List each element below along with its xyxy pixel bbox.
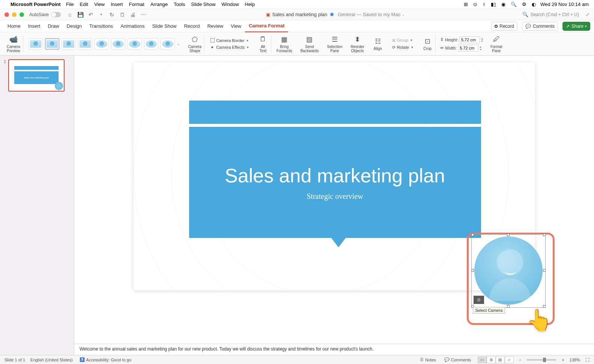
resize-handle-b[interactable] [507, 305, 510, 308]
slide-title-box[interactable]: Sales and marketing plan Strategic overv… [189, 127, 481, 238]
comments-button[interactable]: 💬Comments [522, 22, 558, 31]
resize-handle-tr[interactable] [543, 233, 546, 236]
slide-counter[interactable]: Slide 1 of 1 [5, 358, 25, 362]
menu-help[interactable]: Help [245, 2, 255, 7]
menu-view[interactable]: View [94, 2, 105, 7]
menu-tools[interactable]: Tools [174, 2, 185, 7]
qat-icon-2[interactable]: 🖨 [129, 11, 136, 18]
undo-dropdown-icon[interactable]: ▾ [98, 11, 105, 18]
accessibility-status[interactable]: ♿Accessibility: Good to go [78, 356, 133, 363]
tab-view[interactable]: View [227, 20, 245, 32]
doc-status-caret[interactable]: ⌄ [402, 13, 405, 17]
tab-review[interactable]: Review [203, 20, 227, 32]
fit-to-window-button[interactable]: ⛶ [585, 358, 589, 362]
gallery-more-icon[interactable]: ⌄ [177, 42, 180, 46]
width-input[interactable] [458, 45, 478, 51]
maximize-button[interactable] [20, 12, 24, 17]
zoom-in-button[interactable]: + [562, 358, 564, 362]
tab-home[interactable]: Home [4, 20, 24, 32]
crop-button[interactable]: ⊡ Crop [419, 33, 436, 55]
resize-handle-br[interactable] [543, 305, 546, 308]
zoom-percent[interactable]: 138% [570, 358, 580, 362]
slide-canvas[interactable]: Sales and marketing plan Strategic overv… [134, 62, 535, 290]
slideshow-view-button[interactable]: ▱ [505, 356, 514, 363]
autosave-toggle[interactable]: AutoSave [29, 12, 61, 17]
search-input[interactable]: 🔍 Search (Cmd + Ctrl + U) [522, 12, 579, 17]
close-button[interactable] [5, 12, 9, 17]
align-button[interactable]: ☷ Align [370, 33, 386, 55]
height-stepper[interactable]: ▴▾ [481, 37, 483, 42]
width-stepper[interactable]: ▴▾ [480, 45, 481, 51]
tab-slideshow[interactable]: Slide Show [148, 20, 180, 32]
control-center-icon[interactable]: ⚙ [522, 2, 526, 7]
home-icon[interactable]: ⌂ [66, 11, 73, 18]
undo-icon[interactable]: ↶ [87, 11, 94, 18]
tab-camera-format[interactable]: Camera Format [245, 20, 288, 32]
alt-text-button[interactable]: 🗒 Alt Text [255, 33, 271, 55]
slide-accent-bar[interactable] [189, 101, 481, 124]
app-name[interactable]: Microsoft PowerPoint [11, 2, 61, 7]
camera-shape-button[interactable]: ⬠ Camera Shape [185, 33, 205, 55]
slide-thumbnail-panel[interactable]: 1 Sales and marketing plan [0, 56, 74, 355]
redo-icon[interactable]: ↻ [108, 11, 115, 18]
siri-icon[interactable]: ◐ [532, 2, 536, 7]
format-pane-button[interactable]: 🖊 Format Pane [487, 33, 505, 55]
resize-handle-tl[interactable] [471, 233, 474, 236]
menubar-datetime[interactable]: Wed 29 Nov 10:14 am [540, 2, 589, 7]
menu-format[interactable]: Format [129, 2, 144, 7]
zoom-out-button[interactable]: − [519, 358, 521, 362]
share-button[interactable]: ↗Share▾ [562, 22, 590, 31]
zoom-thumb[interactable] [543, 358, 546, 362]
tab-transitions[interactable]: Transitions [86, 20, 117, 32]
shape-thumb-6[interactable] [111, 38, 125, 50]
bring-forwards-button[interactable]: ▦ Bring Forwards [274, 33, 295, 55]
zoom-slider[interactable] [526, 359, 556, 361]
expand-ribbon-icon[interactable]: ⤢ [586, 12, 589, 17]
tab-animations[interactable]: Animations [117, 20, 148, 32]
camera-effects-button[interactable]: ✦Camera Effects▾ [209, 44, 250, 50]
selection-pane-button[interactable]: ☰ Selection Pane [324, 33, 345, 55]
group-button[interactable]: ⊞Group▾ [391, 37, 415, 44]
sorter-view-button[interactable]: ⊞ [487, 356, 496, 363]
tab-design[interactable]: Design [63, 20, 86, 32]
reading-view-button[interactable]: ▤ [496, 356, 505, 363]
status-icon[interactable]: ⊞ [464, 2, 468, 7]
shape-thumb-1[interactable] [29, 38, 43, 50]
notes-button[interactable]: ☰Notes [418, 356, 438, 363]
shape-thumb-7[interactable] [128, 38, 142, 50]
play-icon[interactable]: ⊙ [473, 2, 477, 7]
menu-slideshow[interactable]: Slide Show [191, 2, 215, 7]
camera-preview-button[interactable]: 📹 Camera Preview [4, 33, 23, 55]
doc-title[interactable]: Sales and marketing plan [272, 12, 328, 17]
language-indicator[interactable]: English (United States) [30, 358, 73, 362]
slide-thumbnail-1[interactable]: Sales and marketing plan [8, 59, 65, 92]
toggle-icon[interactable] [51, 12, 61, 17]
camera-border-button[interactable]: Camera Border▾ [209, 38, 250, 44]
battery-icon[interactable]: ▮▯ [491, 2, 496, 7]
minimize-button[interactable] [12, 12, 17, 17]
canvas-scroll[interactable]: Sales and marketing plan Strategic overv… [74, 56, 594, 344]
shape-thumb-3[interactable] [62, 38, 76, 50]
bluetooth-icon[interactable]: ᚼ [483, 2, 486, 7]
qat-icon-1[interactable]: 🗋 [119, 11, 126, 18]
menu-insert[interactable]: Insert [111, 2, 123, 7]
camera-object[interactable]: ⊘ Select Camera [473, 235, 544, 306]
tab-record[interactable]: Record [180, 20, 203, 32]
menu-arrange[interactable]: Arrange [150, 2, 168, 7]
doc-status[interactable]: General — Saved to my Mac [338, 12, 400, 17]
height-input[interactable] [460, 36, 480, 43]
comments-status-button[interactable]: 💬Comments [443, 356, 472, 363]
camera-off-icon[interactable]: ⊘ [474, 296, 484, 304]
record-button[interactable]: Record [491, 22, 517, 31]
qat-more-icon[interactable]: ⋯ [140, 11, 147, 18]
menu-file[interactable]: File [66, 2, 74, 7]
shape-thumb-4[interactable] [78, 38, 92, 50]
send-backwards-button[interactable]: ▧ Send Backwards [297, 33, 322, 55]
normal-view-button[interactable]: ▭ [478, 356, 487, 363]
notes-pane[interactable]: Welcome to the annual sales and marketin… [74, 344, 594, 355]
menu-window[interactable]: Window [221, 2, 239, 7]
resize-handle-r[interactable] [543, 269, 546, 272]
wifi-icon[interactable]: ◉ [501, 2, 505, 7]
save-icon[interactable]: 💾 [77, 11, 84, 18]
shape-thumb-5[interactable] [95, 38, 109, 50]
